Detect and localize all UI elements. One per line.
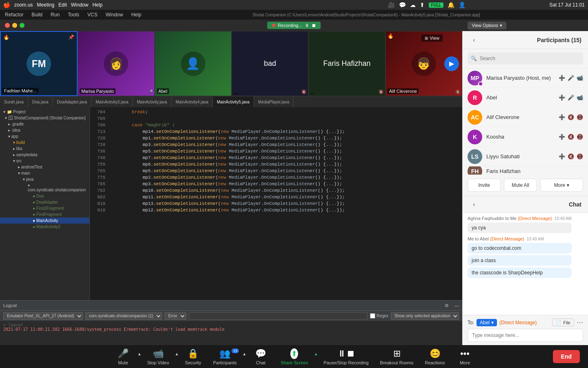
- minimize-button[interactable]: [12, 23, 17, 28]
- tree-firstfrag[interactable]: ● FirstFragment: [0, 211, 89, 218]
- menu-help2[interactable]: Help: [131, 12, 141, 18]
- tree-sampledata[interactable]: ▸ sampledata: [0, 152, 89, 158]
- tree-main-src[interactable]: ▾ main: [0, 170, 89, 176]
- toolbar-security[interactable]: 🔒 Security: [179, 348, 207, 365]
- participants-search-input[interactable]: [468, 52, 583, 65]
- ide-tab-main4[interactable]: MainActivity4.java: [172, 96, 213, 107]
- participant-abel[interactable]: R Abel ➕ 🎤 📹: [463, 88, 588, 108]
- video-off-icon-alif[interactable]: 📵: [577, 114, 583, 120]
- video-off-icon-liyyu[interactable]: 📵: [577, 153, 583, 159]
- mic-icon-marisa[interactable]: 🎤: [568, 75, 574, 81]
- more-options-button[interactable]: More ▾: [540, 179, 583, 192]
- tree-java[interactable]: ▾ java: [0, 176, 89, 182]
- ide-tab-doa[interactable]: Doa.java: [28, 96, 53, 107]
- toolbar-participants[interactable]: 👥 Participants 15: [207, 348, 242, 365]
- ide-tab-main3[interactable]: MainActivity3.java: [91, 96, 133, 107]
- chat-recipient-badge[interactable]: Abel ▾: [477, 319, 497, 326]
- menu-meeting[interactable]: Meeting: [37, 2, 54, 8]
- view-toggle-button[interactable]: ⊞ View: [421, 34, 443, 42]
- participant-faris[interactable]: FH Faris Hafizhan: [463, 166, 588, 175]
- tree-gradle[interactable]: ▸ .gradle: [0, 121, 89, 127]
- mic-muted-icon-alif[interactable]: 🔇: [568, 114, 574, 120]
- menu-tools[interactable]: Tools: [68, 12, 79, 18]
- ide-tab-main5[interactable]: MainActivity5.java: [213, 96, 254, 107]
- toolbar-breakout[interactable]: ⊞ Breakout Rooms: [374, 348, 419, 365]
- participant-koosha[interactable]: K Koosha ➕ 🔇 📵: [463, 127, 588, 147]
- tree-idea[interactable]: ▸ .idea: [0, 127, 89, 133]
- mute-all-button[interactable]: Mute All: [504, 179, 537, 192]
- menu-help[interactable]: Help: [92, 2, 102, 8]
- tree-doa[interactable]: ● Doa: [0, 193, 89, 199]
- logcat-device-select[interactable]: Emulator Pixel_XL_API_27 (Android): [3, 312, 83, 320]
- video-off-icon-koosha[interactable]: 📵: [577, 134, 583, 140]
- ide-tab-main[interactable]: MainActivity.java: [133, 96, 172, 107]
- end-meeting-button[interactable]: End: [553, 350, 580, 363]
- menu-edit[interactable]: Edit: [58, 2, 67, 8]
- tree-doadapter[interactable]: ● DoaAdapter: [0, 199, 89, 205]
- menu-build[interactable]: Build: [31, 12, 42, 18]
- add-icon-abel[interactable]: ➕: [559, 94, 565, 101]
- mic-icon-abel[interactable]: 🎤: [568, 94, 574, 101]
- regex-checkbox[interactable]: [370, 313, 375, 319]
- tree-androidtest[interactable]: ▸ androidTest: [0, 164, 89, 170]
- participants-arrow[interactable]: ▲: [242, 352, 246, 362]
- ide-code-view[interactable]: 784 break; 785 706 case "maghrib" :: [90, 107, 462, 300]
- video-icon-abel[interactable]: 📹: [577, 94, 583, 101]
- toolbar-chat[interactable]: 💬 Chat: [246, 348, 275, 365]
- tree-sholatcompanion[interactable]: ▾🅂 SholatCompanion6 [Sholat Companion]: [0, 115, 89, 121]
- logcat-search-input[interactable]: [189, 312, 368, 320]
- logcat-show-select[interactable]: Show only selected application: [391, 312, 459, 320]
- add-icon-koosha[interactable]: ➕: [559, 134, 565, 140]
- toolbar-share-screen[interactable]: ⬆ Share Screen: [275, 348, 314, 365]
- menu-window[interactable]: Window: [71, 2, 89, 8]
- menu-run[interactable]: Run: [51, 12, 60, 18]
- scroll-right-button[interactable]: ▶: [444, 56, 459, 71]
- participant-marisa[interactable]: MP Marisa Paryasto (Host, me) ➕ 🎤 📹: [463, 68, 588, 88]
- thumb-marisa[interactable]: 👩 Marisa Paryasto 🎤: [78, 31, 154, 96]
- ide-tab-surah[interactable]: Surah.java: [0, 96, 28, 107]
- tree-app[interactable]: ▾ app: [0, 133, 89, 139]
- invite-button[interactable]: Invite: [468, 179, 501, 192]
- thumb-fadhlan[interactable]: FM Fadhlan Mahe... 🔥 📌: [0, 31, 78, 96]
- logcat-collapse-icon[interactable]: —: [454, 303, 459, 308]
- mic-muted-icon-koosha[interactable]: 🔇: [568, 134, 574, 140]
- more-chat-button[interactable]: ⋯: [577, 319, 583, 326]
- add-icon-liyyu[interactable]: ➕: [559, 153, 565, 159]
- apple-icon[interactable]: 🍎: [3, 2, 10, 8]
- mic-muted-icon-liyyu[interactable]: 🔇: [568, 153, 574, 159]
- tree-src[interactable]: ▾ src: [0, 158, 89, 164]
- participant-liyyu[interactable]: LS Liyyu Satuhati ➕ 🔇 📵: [463, 147, 588, 166]
- thumb-faris[interactable]: Faris Hafizhan 🔇: [308, 31, 385, 96]
- close-button[interactable]: [5, 23, 10, 28]
- ide-tab-doadapter[interactable]: DoaAdapter.java: [53, 96, 91, 107]
- share-arrow[interactable]: ▲: [314, 352, 318, 362]
- menu-window2[interactable]: Window: [106, 12, 123, 18]
- tree-build[interactable]: ▾ build: [0, 139, 89, 146]
- video-icon-marisa[interactable]: 📹: [577, 75, 583, 81]
- collapse-chat-button[interactable]: ‹: [469, 200, 479, 209]
- toolbar-more[interactable]: ••• More: [450, 348, 479, 365]
- tree-package[interactable]: ▾ com.syndicate.sholatcompanion: [0, 182, 89, 193]
- mute-arrow[interactable]: ▲: [138, 352, 142, 362]
- menu-refactor[interactable]: Refactor: [5, 12, 23, 18]
- add-icon-marisa[interactable]: ➕: [559, 75, 565, 81]
- tree-mainactivity[interactable]: ● MainActivity: [0, 218, 89, 224]
- tree-libs[interactable]: ▸ libs: [0, 146, 89, 152]
- toolbar-stop-video[interactable]: 📹 Stop Video: [141, 348, 175, 365]
- maximize-button[interactable]: [20, 23, 24, 28]
- chat-message-input[interactable]: [468, 329, 583, 342]
- ide-tab-mediaplayer[interactable]: MediaPlayer.java: [254, 96, 294, 107]
- toolbar-recording[interactable]: ⏸⏹ Pause/Stop Recording: [318, 348, 374, 365]
- video-arrow[interactable]: ▲: [175, 352, 179, 362]
- menu-vcs[interactable]: VCS: [87, 12, 98, 18]
- logcat-package-select[interactable]: com.syndicate.sholatcompanion (1): [85, 312, 162, 320]
- participant-alif[interactable]: AC Alif Cleverone ➕ 🔇 📵: [463, 108, 588, 127]
- file-button[interactable]: 📄 File: [552, 319, 574, 326]
- toolbar-mute[interactable]: 🎤 Mute: [109, 348, 138, 365]
- logcat-settings-icon[interactable]: ⚙: [445, 303, 449, 308]
- app-name[interactable]: zoom.us: [14, 2, 33, 8]
- view-options-button[interactable]: View Options ▾: [468, 22, 506, 29]
- add-icon-alif[interactable]: ➕: [559, 114, 565, 120]
- collapse-participants-button[interactable]: ‹: [469, 35, 479, 45]
- tree-mainactivity2[interactable]: ● MainActivity2: [0, 224, 89, 230]
